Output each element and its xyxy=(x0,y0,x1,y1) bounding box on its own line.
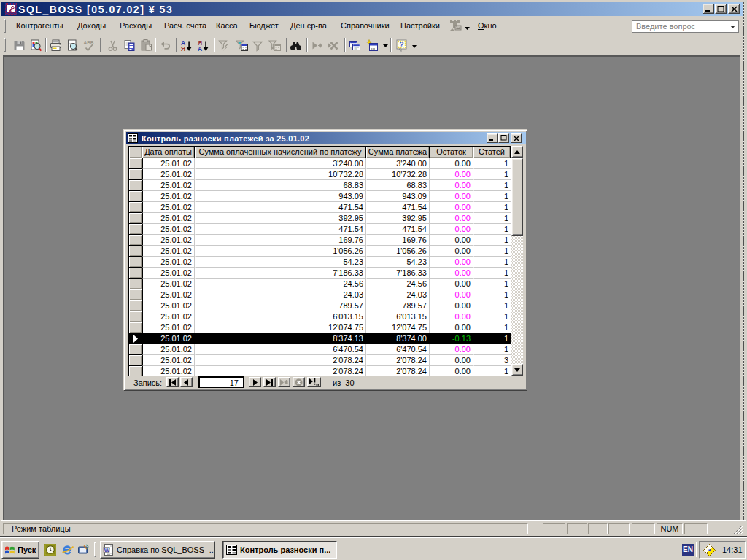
svg-text:А: А xyxy=(198,45,202,52)
svg-text:?: ? xyxy=(400,41,404,49)
svg-text:АБВ: АБВ xyxy=(84,40,94,45)
svg-text:W: W xyxy=(104,547,110,553)
svg-text:Я: Я xyxy=(181,45,185,52)
